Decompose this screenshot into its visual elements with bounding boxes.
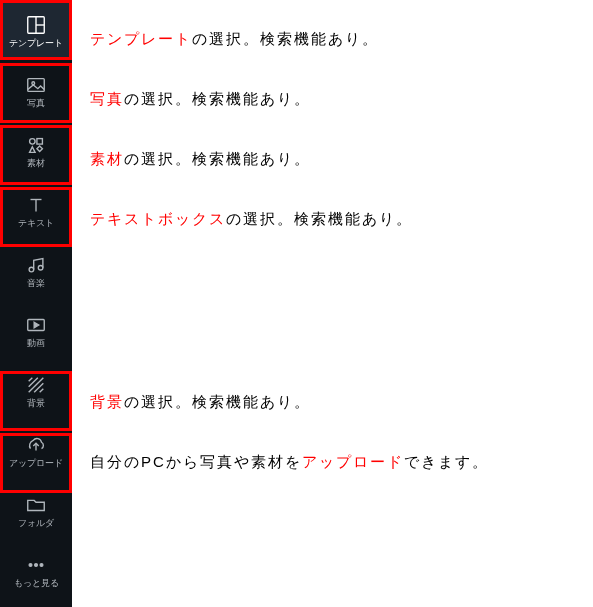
description-text: の選択。検索機能あり。: [226, 210, 413, 227]
sidebar-item-elements[interactable]: 素材: [0, 120, 72, 180]
sidebar: テンプレート 写真 素材 テキスト 音楽 動画 背景: [0, 0, 72, 607]
elements-icon: [24, 133, 48, 157]
highlighted-text: テンプレート: [90, 30, 192, 47]
sidebar-item-label: 音楽: [27, 279, 45, 288]
sidebar-item-label: 背景: [27, 399, 45, 408]
text-icon: [24, 193, 48, 217]
svg-point-5: [30, 138, 35, 144]
sidebar-item-background[interactable]: 背景: [0, 360, 72, 420]
svg-point-19: [35, 563, 38, 566]
description-text: できます。: [404, 453, 489, 470]
sidebar-item-template[interactable]: テンプレート: [0, 0, 72, 60]
sidebar-item-label: 写真: [27, 99, 45, 108]
svg-line-14: [29, 377, 33, 381]
description-row: テキストボックスの選択。検索機能あり。: [90, 210, 413, 229]
music-icon: [24, 253, 48, 277]
highlighted-text: 背景: [90, 393, 124, 410]
sidebar-item-upload[interactable]: アップロード: [0, 420, 72, 480]
sidebar-item-label: テキスト: [18, 219, 54, 228]
sidebar-item-photo[interactable]: 写真: [0, 60, 72, 120]
sidebar-item-more[interactable]: もっと見る: [0, 540, 72, 600]
svg-point-20: [40, 563, 43, 566]
sidebar-item-video[interactable]: 動画: [0, 300, 72, 360]
sidebar-item-label: テンプレート: [9, 39, 63, 48]
svg-line-16: [40, 388, 44, 392]
description-text: の選択。検索機能あり。: [124, 90, 311, 107]
description-row: 背景の選択。検索機能あり。: [90, 393, 311, 412]
template-icon: [24, 13, 48, 37]
sidebar-item-label: 素材: [27, 159, 45, 168]
sidebar-item-text[interactable]: テキスト: [0, 180, 72, 240]
sidebar-item-folder[interactable]: フォルダ: [0, 480, 72, 540]
description-text: の選択。検索機能あり。: [192, 30, 379, 47]
description-row: 自分のPCから写真や素材をアップロードできます。: [90, 453, 489, 472]
description-row: 素材の選択。検索機能あり。: [90, 150, 311, 169]
description-row: テンプレートの選択。検索機能あり。: [90, 30, 379, 49]
sidebar-item-label: フォルダ: [18, 519, 54, 528]
description-text: の選択。検索機能あり。: [124, 393, 311, 410]
folder-icon: [24, 493, 48, 517]
upload-icon: [24, 433, 48, 457]
svg-rect-3: [28, 78, 45, 91]
sidebar-item-label: 動画: [27, 339, 45, 348]
description-text: 自分のPCから写真や素材を: [90, 453, 302, 470]
video-icon: [24, 313, 48, 337]
sidebar-item-label: アップロード: [9, 459, 63, 468]
highlighted-text: テキストボックス: [90, 210, 226, 227]
more-icon: [24, 553, 48, 577]
description-row: 写真の選択。検索機能あり。: [90, 90, 311, 109]
sidebar-item-label: もっと見る: [14, 579, 59, 588]
sidebar-item-music[interactable]: 音楽: [0, 240, 72, 300]
svg-rect-6: [37, 138, 42, 144]
svg-point-9: [29, 267, 34, 272]
highlighted-text: 写真: [90, 90, 124, 107]
highlighted-text: 素材: [90, 150, 124, 167]
background-icon: [24, 373, 48, 397]
svg-point-18: [29, 563, 32, 566]
photo-icon: [24, 73, 48, 97]
description-text: の選択。検索機能あり。: [124, 150, 311, 167]
highlighted-text: アップロード: [302, 453, 404, 470]
